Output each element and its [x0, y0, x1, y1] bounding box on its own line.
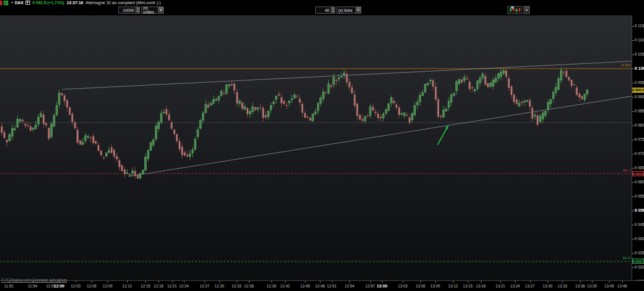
candle-body — [361, 119, 363, 121]
time-tick-mark — [420, 281, 421, 283]
add-indicator-caret-button[interactable]: ▼ — [523, 6, 530, 14]
candle-body — [552, 92, 554, 99]
candle-body — [338, 78, 340, 79]
time-tick-label: 13:21 — [496, 284, 505, 288]
candle-body — [299, 99, 300, 103]
candle-body — [121, 165, 123, 171]
candle-body — [521, 102, 523, 103]
candle-body — [181, 147, 183, 155]
clock-label: 13:37:16 — [67, 0, 83, 5]
ticks-spinner[interactable]: 40 ▲ ▼ — [315, 7, 335, 14]
time-tick-label: 12:51 — [327, 284, 336, 288]
price-tick-label: 9 060 — [635, 180, 644, 184]
time-tick-mark — [580, 281, 581, 283]
time-tick-label: 11:54 — [28, 284, 37, 288]
candle-body — [390, 98, 392, 103]
candle-body — [72, 114, 73, 122]
candle-body — [103, 158, 105, 159]
candle-body — [160, 114, 162, 122]
candle-body — [526, 101, 528, 101]
price-tick-label: 9 080 — [635, 123, 644, 127]
candle-body — [508, 78, 510, 88]
candle-body — [466, 79, 468, 80]
time-tick-label: 12:12 — [122, 284, 132, 288]
time-tick-label: 12:39 — [267, 284, 276, 288]
units-spin-down-button[interactable]: ▼ — [135, 10, 140, 13]
time-tick-label: 12:15 — [141, 284, 150, 288]
candle-body — [312, 114, 313, 121]
candle-body — [388, 104, 390, 110]
candle-body — [396, 105, 397, 108]
copyright-link[interactable]: © IT-Finance.com Données indicatives — [1, 278, 67, 282]
candle-body — [587, 90, 588, 94]
units-unit-select[interactable]: (x) unités ▼ — [141, 7, 164, 14]
level-label-round-9100: 9 100 — [622, 63, 630, 67]
candle-body — [163, 112, 165, 112]
price-tick-mark — [632, 253, 634, 254]
time-tick-label: 13:06 — [416, 284, 425, 288]
time-tick-label: 12:45 — [300, 284, 310, 288]
candle-body — [482, 74, 484, 77]
candle-body — [539, 116, 541, 122]
candle-body — [127, 173, 128, 173]
candle-body — [173, 130, 175, 134]
units-spinner[interactable]: 10000 ▲ ▼ — [118, 7, 140, 14]
time-tick-mark — [108, 281, 108, 283]
candle-body — [438, 99, 439, 117]
price-tick-mark — [632, 69, 634, 69]
candle-body — [145, 157, 147, 170]
units-unit-caret-icon: ▼ — [158, 7, 163, 13]
time-tick-label: 13:24 — [510, 284, 520, 288]
candle-body — [302, 104, 303, 113]
candle-body — [325, 93, 327, 93]
candle-body — [534, 115, 536, 116]
candle-body — [383, 114, 384, 118]
candle-body — [409, 118, 410, 123]
candle-body — [510, 86, 512, 95]
candle-body — [581, 96, 583, 99]
candle-body — [464, 77, 465, 80]
last-price-tag: 9 092,5 — [632, 88, 644, 93]
candle-body — [37, 117, 39, 124]
time-tick-mark — [249, 281, 250, 283]
candle-body — [105, 153, 107, 156]
candle-body — [364, 117, 366, 121]
time-tick-label: 12:09 — [103, 284, 112, 288]
candle-body — [414, 105, 416, 115]
candle-body — [111, 147, 112, 153]
time-tick-mark — [320, 281, 321, 283]
candle-body — [56, 105, 57, 115]
candle-body — [140, 173, 141, 178]
candle-body — [48, 128, 50, 138]
grid-icon[interactable] — [25, 1, 30, 5]
candle-body — [573, 85, 575, 85]
candle-body — [189, 154, 191, 156]
level-label-pivot-r1: R1 J — [623, 169, 630, 172]
time-tick-mark — [285, 281, 286, 283]
time-tick-mark — [382, 281, 383, 283]
time-tick-mark — [305, 281, 306, 283]
candle-body — [24, 124, 26, 125]
price-tick-label: 9 065 — [635, 166, 644, 170]
candle-body — [500, 72, 502, 77]
candle-body — [354, 95, 355, 106]
candle-body — [529, 100, 530, 106]
ticks-spin-down-button[interactable]: ▼ — [331, 10, 335, 13]
candle-body — [77, 130, 79, 143]
price-tick-mark — [632, 97, 634, 98]
price-tick-label: 9 035 — [635, 251, 644, 255]
candle-body — [166, 109, 167, 114]
add-indicator-button[interactable] — [507, 6, 522, 14]
candle-body — [516, 99, 517, 104]
candle-body — [59, 93, 60, 104]
candle-body — [171, 122, 173, 129]
symbol-dropdown-caret-icon[interactable]: ▼ — [11, 0, 14, 5]
candle-body — [328, 84, 329, 93]
candle-body — [471, 87, 473, 88]
candle-body — [64, 95, 66, 101]
price-tick-label: 9 085 — [635, 109, 644, 113]
candle-body — [330, 85, 332, 87]
ticks-unit-select[interactable]: (x) ticks ▼ — [336, 7, 361, 14]
candle-body — [357, 104, 358, 116]
candle-body — [1, 127, 3, 133]
